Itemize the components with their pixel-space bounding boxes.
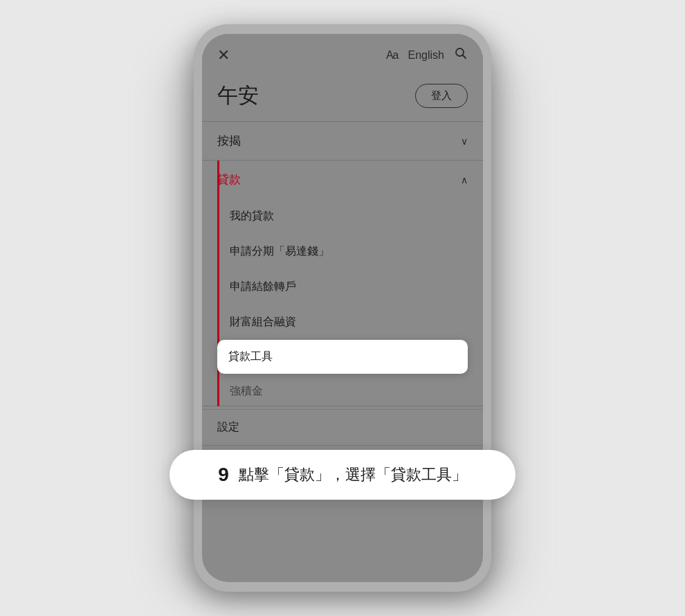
mortgage-label: 按揭 <box>217 133 241 149</box>
language-label[interactable]: English <box>408 49 444 62</box>
my-loan-item[interactable]: 我的貸款 <box>202 199 483 234</box>
loan-label: 貸款 <box>217 172 241 188</box>
settings-item[interactable]: 設定 <box>202 409 483 445</box>
loan-tools-item[interactable]: 貸款工具 <box>217 340 468 374</box>
svg-line-1 <box>463 55 466 59</box>
search-icon[interactable] <box>454 46 468 64</box>
balance-transfer-item[interactable]: 申請結餘轉戶 <box>202 269 483 305</box>
loan-section-header[interactable]: 貸款 ∧ <box>202 161 483 199</box>
loan-section: 貸款 ∧ 我的貸款 申請分期「易達錢」 申請結餘轉戶 財富組合融資 貸款工具 強… <box>202 161 483 406</box>
loan-items: 我的貸款 申請分期「易達錢」 申請結餘轉戶 財富組合融資 貸款工具 強積金 <box>202 199 483 406</box>
font-size-icon[interactable]: Aa <box>386 49 399 62</box>
instruction-text: 點擊「貸款」，選擇「貸款工具」 <box>239 464 467 485</box>
mortgage-chevron: ∨ <box>461 136 468 147</box>
instruction-banner: 9 點擊「貸款」，選擇「貸款工具」 <box>170 450 515 500</box>
installment-item[interactable]: 申請分期「易達錢」 <box>202 234 483 269</box>
close-icon[interactable]: ✕ <box>217 48 230 63</box>
mortgage-section-header[interactable]: 按揭 ∨ <box>202 122 483 160</box>
mpf-partial-item: 強積金 <box>202 374 483 406</box>
phone-wrapper: ✕ Aa English 午安 登入 <box>194 24 491 592</box>
instruction-number: 9 <box>218 464 229 486</box>
login-button[interactable]: 登入 <box>415 84 468 108</box>
phone-body: ✕ Aa English 午安 登入 <box>194 24 491 592</box>
wealth-combo-item[interactable]: 財富組合融資 <box>202 305 483 340</box>
top-bar-center: Aa English <box>386 46 468 64</box>
greeting-text: 午安 <box>217 82 259 110</box>
loan-chevron: ∧ <box>461 174 468 185</box>
top-bar: ✕ Aa English <box>202 34 483 73</box>
divider-loan <box>202 406 483 406</box>
mortgage-section: 按揭 ∨ <box>202 122 483 161</box>
phone-screen: ✕ Aa English 午安 登入 <box>202 34 483 582</box>
greeting-row: 午安 登入 <box>202 73 483 121</box>
